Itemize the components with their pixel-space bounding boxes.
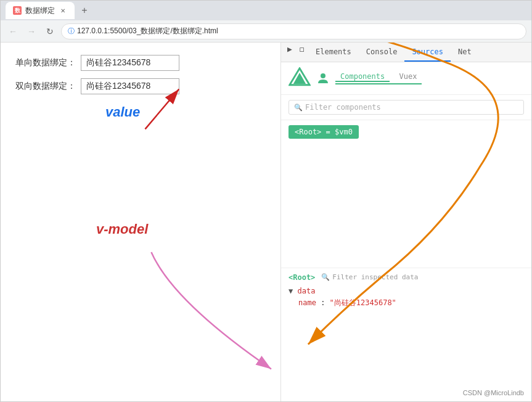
- tab-elements[interactable]: Elements: [308, 43, 359, 62]
- back-button[interactable]: ←: [6, 24, 20, 39]
- address-text: 127.0.0.1:5500/03_数据绑定/数据绑定.html: [77, 26, 218, 36]
- component-icon: [316, 71, 330, 86]
- component-tree: <Root> = $vm0: [281, 120, 531, 144]
- data-section: ▼ data: [289, 287, 524, 295]
- vue-header: Components Vuex: [281, 62, 531, 95]
- active-tab[interactable]: 数 数据绑定 ✕: [6, 2, 75, 19]
- one-way-binding-row: 单向数据绑定：: [15, 55, 266, 71]
- two-way-label: 双向数据绑定：: [15, 81, 76, 92]
- vue-tab-vuex[interactable]: Vuex: [394, 72, 422, 81]
- data-name-row: name : "尚硅谷12345678": [298, 298, 524, 308]
- watermark: CSDN @MicroLindb: [463, 389, 524, 396]
- one-way-input[interactable]: [81, 55, 179, 71]
- address-bar[interactable]: ⓘ 127.0.0.1:5500/03_数据绑定/数据绑定.html: [61, 23, 526, 39]
- one-way-label: 单向数据绑定：: [15, 57, 76, 68]
- tab-sources[interactable]: Sources: [404, 43, 451, 62]
- filter-inspected-area[interactable]: 🔍 Filter inspected data: [321, 273, 418, 281]
- two-way-binding-row: 双向数据绑定：: [15, 78, 266, 94]
- inspector-panel: <Root> 🔍 Filter inspected data ▼ data na…: [281, 268, 531, 402]
- vue-tab-components[interactable]: Components: [335, 72, 390, 82]
- browser-frame: 数 数据绑定 ✕ + ← → ↻ ⓘ 127.0.0.1:5500/03_数据绑…: [0, 0, 532, 402]
- reload-button[interactable]: ↻: [43, 24, 57, 39]
- cursor-icon[interactable]: ▶: [284, 43, 296, 55]
- colon: :: [321, 298, 329, 307]
- nav-bar: ← → ↻ ⓘ 127.0.0.1:5500/03_数据绑定/数据绑定.html: [1, 20, 531, 43]
- tab-console[interactable]: Console: [359, 43, 405, 62]
- lock-icon: ⓘ: [68, 27, 75, 36]
- webpage-panel: 单向数据绑定： 双向数据绑定： value v-model: [1, 43, 281, 401]
- inspector-header: <Root> 🔍 Filter inspected data: [289, 273, 524, 282]
- devtools-tabs: ▶ ◻ Elements Console Sources Net: [281, 43, 531, 62]
- new-tab-button[interactable]: +: [77, 3, 92, 18]
- tab-favicon: 数: [13, 6, 22, 15]
- inspector-icon[interactable]: ◻: [296, 43, 308, 55]
- devtools-panel: ▶ ◻ Elements Console Sources Net: [281, 43, 531, 401]
- forward-button[interactable]: →: [24, 24, 39, 39]
- tab-network[interactable]: Net: [451, 43, 479, 62]
- tab-title: 数据绑定: [25, 6, 55, 16]
- svg-point-2: [321, 73, 325, 78]
- filter-components-area: 🔍 Filter components: [281, 95, 531, 120]
- root-tag: <Root>: [289, 273, 315, 282]
- value-annotation: value: [105, 104, 140, 120]
- name-key: name: [298, 298, 316, 307]
- name-value: "尚硅谷12345678": [330, 298, 396, 307]
- vue-logo: [289, 67, 311, 89]
- vue-devtools: Components Vuex 🔍 Filter components <Roo…: [281, 62, 531, 401]
- root-component-item[interactable]: <Root> = $vm0: [289, 125, 359, 139]
- main-content: 单向数据绑定： 双向数据绑定： value v-model ▶ ◻ El: [1, 43, 531, 401]
- tab-close-button[interactable]: ✕: [59, 6, 67, 15]
- spacer: [281, 144, 531, 268]
- tab-bar: 数 数据绑定 ✕ +: [1, 1, 531, 20]
- data-key: data: [297, 287, 315, 295]
- two-way-input[interactable]: [81, 78, 179, 94]
- filter-components-input[interactable]: 🔍 Filter components: [289, 100, 524, 115]
- vmodel-annotation: v-model: [96, 221, 148, 237]
